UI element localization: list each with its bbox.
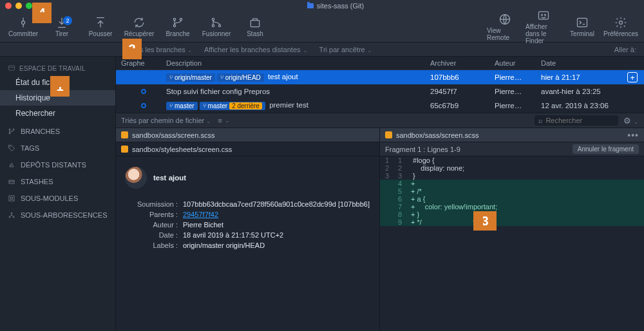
toolbar: CommitterTirer2PousserRécupérerBrancheFu…: [0, 12, 644, 43]
col-date[interactable]: Date: [541, 59, 644, 67]
hunk-header: Fragment 1 : Lignes 1-9 Annuler le fragm…: [380, 142, 644, 156]
file-icon: [121, 146, 128, 153]
svg-point-22: [11, 213, 12, 214]
svg-point-6: [218, 24, 220, 26]
search-icon: ⌕: [538, 117, 543, 124]
file-icon: [121, 131, 128, 138]
folder-icon: [307, 3, 314, 8]
svg-point-17: [13, 129, 14, 130]
toolbar-fetch-button[interactable]: Récupérer: [121, 16, 157, 37]
code-line[interactable]: 11 #logo {: [380, 156, 644, 164]
add-button[interactable]: +: [627, 72, 638, 82]
diff-settings-button[interactable]: ⚙ ⌄: [623, 116, 639, 126]
diff-file-tab[interactable]: sandbox/sass/screen.scss •••: [380, 128, 644, 142]
col-archive[interactable]: Archiver: [430, 59, 495, 67]
svg-point-13: [620, 21, 623, 24]
sidebar-section-submodules[interactable]: SOUS-MODULES: [0, 188, 115, 205]
commit-row[interactable]: ⑂origin/master⑂origin/HEAD test ajout107…: [116, 70, 644, 84]
window-controls[interactable]: [5, 3, 32, 9]
toolbar-push-button[interactable]: Pousser: [82, 16, 118, 37]
diff-code[interactable]: 11 #logo {22 display: none;33 }4+5+ /*6+…: [380, 156, 644, 226]
code-line[interactable]: 5+ /*: [380, 187, 644, 195]
commit-date: 18 avril 2019 à 21:17:52 UTC+2: [183, 231, 370, 239]
svg-rect-14: [9, 66, 15, 70]
file-search-input[interactable]: [545, 117, 614, 124]
code-line[interactable]: 9+ */: [380, 218, 644, 226]
col-description[interactable]: Description: [166, 59, 430, 67]
changed-file-tab[interactable]: sandbox/stylesheets/screen.css: [116, 142, 379, 156]
history-filter-bar: Toutes les branches ⌄ Afficher les branc…: [0, 43, 644, 57]
view-mode-toggle[interactable]: ≡: [218, 117, 222, 124]
window-title: sites-sass (Git): [317, 2, 364, 10]
toolbar-commit-button[interactable]: Committer: [5, 16, 41, 37]
col-graph[interactable]: Graphe: [121, 59, 166, 67]
hunk-title: Fragment 1 : Lignes 1-9: [385, 146, 460, 153]
sidebar-item-file-status[interactable]: État du fichier: [0, 75, 115, 90]
sidebar-section-branches[interactable]: BRANCHES: [0, 121, 115, 138]
svg-point-0: [22, 21, 25, 24]
commit-message: test ajout: [153, 174, 186, 182]
sidebar-item-history[interactable]: Historique: [0, 90, 115, 106]
svg-point-1: [173, 18, 175, 20]
svg-point-10: [542, 14, 543, 15]
zoom-icon[interactable]: [26, 3, 32, 9]
filter-sort[interactable]: Tri par ancêtre ⌄: [319, 46, 372, 53]
toolbar-prefs-button[interactable]: Préférences: [603, 9, 639, 44]
code-line[interactable]: 8+ }: [380, 211, 644, 218]
commit-details: test ajout Soumission : 107bbb63dcbcaa7c…: [116, 156, 379, 260]
svg-rect-7: [251, 21, 259, 27]
sidebar: ESPACE DE TRAVAIL État du fichierHistori…: [0, 57, 116, 331]
code-line[interactable]: 6+ a {: [380, 195, 644, 203]
file-icon: [385, 131, 392, 138]
filter-all-branches[interactable]: Toutes les branches ⌄: [122, 46, 193, 53]
svg-rect-19: [9, 180, 14, 184]
close-icon[interactable]: [5, 3, 12, 9]
toolbar-finder-button[interactable]: Afficher dans le Finder: [526, 9, 562, 44]
goto-label[interactable]: Aller à:: [614, 46, 644, 53]
sidebar-section-remotes[interactable]: DÉPÔTS DISTANTS: [0, 155, 115, 171]
sidebar-section-subtrees[interactable]: SOUS-ARBORESCENCES: [0, 205, 115, 222]
code-line[interactable]: 4+: [380, 180, 644, 187]
svg-point-23: [9, 216, 10, 218]
file-actions-button[interactable]: •••: [627, 130, 639, 140]
col-author[interactable]: Auteur: [495, 59, 541, 67]
code-line[interactable]: 33 }: [380, 172, 644, 180]
code-line[interactable]: 7+ color: yellow!important;: [380, 203, 644, 211]
svg-rect-21: [11, 198, 13, 200]
svg-point-5: [212, 24, 214, 26]
sidebar-section-tags[interactable]: TAGS: [0, 138, 115, 155]
commit-row[interactable]: ⑂master⑂master 2 derrière premier test65…: [116, 99, 644, 113]
sidebar-section-stashes[interactable]: STASHES: [0, 171, 115, 188]
svg-point-15: [9, 129, 10, 130]
avatar: [125, 167, 147, 189]
toolbar-stash-button[interactable]: Stash: [237, 16, 273, 37]
commit-hash: 107bbb63dcbcaa7ced728f560a901c0ce82dc99d…: [183, 200, 370, 208]
commit-row[interactable]: Stop suivi fichier config Prepros29457f7…: [116, 84, 644, 99]
svg-rect-20: [9, 196, 14, 201]
diff-file-path: sandbox/sass/screen.scss: [396, 131, 478, 139]
sidebar-workspace-header: ESPACE DE TRAVAIL: [0, 59, 115, 75]
file-search[interactable]: ⌕: [535, 115, 618, 126]
toolbar-merge-button[interactable]: Fusionner: [198, 16, 234, 37]
svg-point-16: [9, 133, 10, 134]
changed-file-tab[interactable]: sandbox/sass/screen.scss: [116, 128, 379, 142]
svg-point-3: [180, 18, 182, 20]
toolbar-branch-button[interactable]: Branche: [160, 16, 196, 37]
commit-author: Pierre Bichet: [183, 221, 370, 229]
toolbar-view-remote-button[interactable]: View Remote: [487, 9, 523, 44]
toolbar-pull-button[interactable]: Tirer2: [44, 16, 80, 37]
toolbar-terminal-button[interactable]: Terminal: [564, 9, 600, 44]
history-header: Graphe Description Archiver Auteur Date: [116, 57, 644, 70]
svg-rect-12: [578, 18, 587, 26]
svg-point-18: [10, 147, 11, 147]
filter-remote-branches[interactable]: Afficher les branches distantes ⌄: [204, 46, 308, 53]
revert-hunk-button[interactable]: Annuler le fragment: [573, 144, 639, 154]
svg-point-4: [212, 18, 214, 20]
commit-labels: origin/master origin/HEAD: [183, 241, 370, 249]
parent-link[interactable]: 29457f7f42: [183, 211, 218, 218]
code-line[interactable]: 22 display: none;: [380, 164, 644, 172]
sort-by-path[interactable]: Triés par chemin de fichier ⌄: [121, 117, 211, 124]
sidebar-item-search[interactable]: Rechercher: [0, 106, 115, 121]
svg-point-24: [13, 216, 14, 218]
minimize-icon[interactable]: [15, 3, 22, 9]
